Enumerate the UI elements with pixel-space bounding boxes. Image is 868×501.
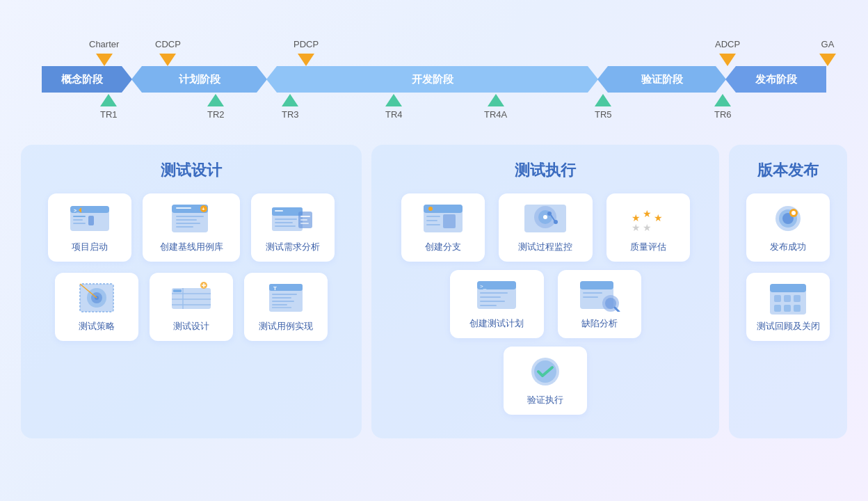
svg-point-61 (554, 220, 558, 224)
svg-point-62 (543, 215, 547, 219)
item-create-branch[interactable]: 创建分支 (401, 193, 485, 262)
phase-develop: 开发阶段 (266, 66, 598, 93)
exec-row-1: 创建分支 测试过程监控 (385, 193, 705, 262)
test-requirements-icon (271, 202, 315, 235)
svg-rect-80 (583, 292, 602, 294)
publish-success-icon (766, 202, 810, 235)
item-test-design[interactable]: 测试设计 (150, 273, 233, 341)
tr-item-tr3: TR3 (282, 94, 299, 120)
svg-rect-25 (300, 219, 307, 221)
svg-rect-94 (774, 305, 781, 312)
tr-item-tr2: TR2 (207, 94, 225, 120)
milestone-ga: GA (819, 39, 836, 66)
tr-item-tr6: TR6 (714, 94, 732, 120)
phase-bar: 概念阶段 计划阶段 开发阶段 验证阶段 发布阶段 (42, 66, 826, 93)
svg-point-51 (428, 207, 433, 211)
item-test-monitor[interactable]: 测试过程监控 (499, 193, 593, 262)
tr1-arrow (100, 94, 117, 106)
svg-rect-53 (426, 220, 437, 221)
svg-rect-46 (272, 301, 294, 302)
section-test-design: 测试设计 >_ 项目启动 (21, 145, 362, 438)
test-design-label: 测试设计 (173, 320, 209, 333)
item-create-plan[interactable]: >_ 创建测试计划 (450, 270, 544, 338)
tr3-arrow (282, 94, 298, 106)
create-plan-label: 创建测试计划 (469, 317, 524, 330)
svg-text:★: ★ (643, 222, 652, 233)
svg-rect-19 (275, 210, 283, 212)
svg-rect-76 (580, 281, 613, 289)
item-test-review[interactable]: 测试回顾及关闭 (746, 273, 830, 341)
svg-rect-3 (73, 219, 83, 221)
svg-rect-91 (774, 295, 781, 302)
tr-item-tr4: TR4 (385, 94, 403, 120)
milestone-cdcp: CDCP (155, 39, 181, 66)
svg-rect-95 (784, 305, 791, 312)
svg-text:★: ★ (632, 222, 641, 233)
milestone-adcp: ADCP (715, 39, 740, 66)
section-publish: 版本发布 发布成功 (729, 145, 847, 438)
test-review-icon (766, 281, 810, 315)
svg-rect-11 (176, 216, 204, 217)
item-verify-exec[interactable]: 验证执行 (504, 347, 587, 415)
milestones-row: Charter CDCP PDCP ADCP GA (42, 14, 826, 66)
svg-rect-74 (480, 305, 497, 306)
svg-rect-72 (480, 296, 501, 298)
svg-text:★: ★ (643, 208, 652, 219)
tr-item-tr5: TR5 (595, 94, 612, 120)
svg-rect-96 (794, 305, 801, 312)
svg-rect-52 (426, 216, 440, 217)
tr-row: TR1 TR2 TR3 TR4 TR4A TR5 TR6 (42, 94, 826, 139)
execution-title: 测试执行 (385, 160, 705, 181)
item-test-requirements[interactable]: 测试需求分析 (251, 193, 335, 262)
verify-exec-icon (523, 355, 568, 388)
svg-rect-81 (583, 296, 598, 298)
tr5-arrow (595, 94, 611, 106)
ga-arrow (819, 54, 836, 66)
item-create-baseline[interactable]: + 创建基线用例库 (143, 193, 240, 262)
svg-rect-90 (770, 284, 806, 292)
item-defect-analysis[interactable]: 缺陷分析 (558, 270, 641, 338)
milestone-charter: Charter (89, 39, 119, 66)
test-review-label: 测试回顾及关闭 (757, 320, 820, 333)
test-requirements-label: 测试需求分析 (266, 241, 320, 253)
svg-rect-71 (480, 292, 508, 294)
charter-arrow (96, 54, 113, 66)
tr4a-arrow (488, 94, 504, 106)
svg-rect-26 (300, 223, 309, 224)
svg-rect-44 (272, 294, 297, 295)
item-quality-eval[interactable]: ★ ★ ★ ★ ★ 质量评估 (606, 193, 690, 262)
tr2-arrow (207, 94, 224, 106)
item-test-strategy[interactable]: 测试策略 (55, 273, 138, 341)
svg-line-79 (615, 308, 619, 312)
tr6-arrow (714, 94, 731, 106)
publish-success-label: 发布成功 (770, 241, 806, 253)
svg-text:★: ★ (654, 212, 663, 223)
pdcp-arrow (298, 54, 314, 66)
quality-eval-icon: ★ ★ ★ ★ ★ (626, 202, 670, 235)
item-test-case[interactable]: T 测试用例实现 (244, 273, 328, 341)
verify-exec-label: 验证执行 (527, 394, 563, 406)
test-monitor-icon (523, 202, 568, 235)
svg-rect-45 (272, 297, 291, 299)
svg-text:>_: >_ (74, 208, 79, 213)
item-publish-success[interactable]: 发布成功 (746, 193, 830, 262)
item-project-start[interactable]: >_ 项目启动 (48, 193, 131, 262)
svg-rect-92 (784, 295, 791, 302)
svg-rect-2 (73, 216, 86, 217)
cdcp-arrow (159, 54, 176, 66)
defect-analysis-icon (577, 278, 622, 312)
create-plan-icon: >_ (474, 278, 519, 312)
svg-rect-54 (426, 224, 440, 225)
phase-verify: 验证阶段 (597, 66, 726, 93)
svg-rect-4 (73, 223, 86, 224)
project-start-icon: >_ (67, 202, 112, 235)
test-case-label: 测试用例实现 (259, 320, 313, 333)
main-content: 测试设计 >_ 项目启动 (0, 145, 868, 438)
svg-rect-10 (176, 207, 191, 209)
svg-text:T: T (273, 285, 277, 292)
create-baseline-icon: + (169, 202, 214, 235)
svg-text:+: + (202, 206, 205, 212)
tr-item-tr1: TR1 (100, 94, 118, 120)
svg-point-88 (791, 211, 796, 215)
svg-rect-24 (300, 216, 310, 217)
